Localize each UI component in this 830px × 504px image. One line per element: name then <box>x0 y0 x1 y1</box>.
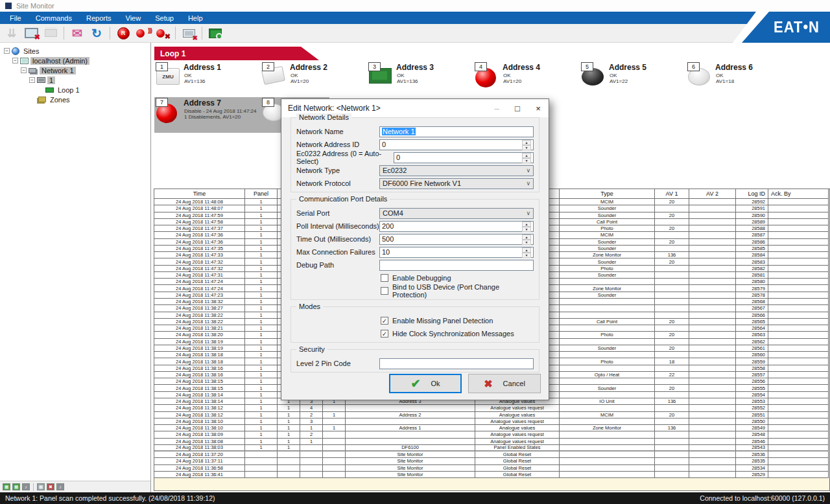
maximize-button[interactable]: □ <box>507 99 528 117</box>
sounders-mute-icon[interactable] <box>153 25 171 41</box>
close-button[interactable]: × <box>528 99 549 117</box>
spinner-up-icon[interactable]: ▲ <box>522 235 531 240</box>
tree-item-sites[interactable]: −Sites <box>1 46 149 56</box>
dropdown-network-type[interactable]: Ec0232∨ <box>379 165 534 176</box>
table-row[interactable]: 24 Aug 2018 11:38:101111Address 1Analogu… <box>154 425 829 431</box>
table-row[interactable]: 24 Aug 2018 11:38:08111Analogue values r… <box>154 439 829 445</box>
table-row[interactable]: 24 Aug 2018 11:38:09112Analogue values r… <box>154 431 829 438</box>
sounders-active-icon[interactable] <box>134 25 152 41</box>
table-row[interactable]: 24 Aug 2018 11:36:58Site MonitorGlobal R… <box>154 465 829 472</box>
spinner-buttons[interactable]: ▲▼ <box>522 235 531 244</box>
table-cell: 24 Aug 2018 11:38:08 <box>154 439 245 445</box>
tree-expander[interactable]: − <box>12 58 18 63</box>
table-cell <box>300 445 323 452</box>
mini-icon-5[interactable]: ✖ <box>47 483 54 490</box>
spinner-buttons[interactable]: ▲▼ <box>522 153 531 163</box>
column-header[interactable]: AV 2 <box>689 189 736 199</box>
menu-item-file[interactable]: File <box>3 12 29 24</box>
table-row[interactable]: 24 Aug 2018 11:38:121121Address 2Analogu… <box>154 412 829 418</box>
text-input-network-name[interactable]: Network 1 <box>379 126 534 137</box>
column-header[interactable]: Panel <box>245 189 278 199</box>
device-tile-address-5[interactable]: 5Address 5OKAV1=22 <box>580 62 685 95</box>
spinner-input-time-out-milliseconds-[interactable]: 500▲▼ <box>379 234 534 245</box>
spinner-input-max-connection-failures[interactable]: 10▲▼ <box>379 247 534 258</box>
panel-mute-icon[interactable] <box>180 25 198 41</box>
spinner-up-icon[interactable]: ▲ <box>522 153 531 158</box>
table-row[interactable]: 24 Aug 2018 11:37:11Site MonitorGlobal R… <box>154 458 829 464</box>
column-header[interactable]: Log ID <box>736 189 768 199</box>
spinner-down-icon[interactable]: ▼ <box>522 253 531 258</box>
tree-item-1[interactable]: −1 <box>1 75 149 85</box>
table-row[interactable]: 24 Aug 2018 11:37:20Site MonitorGlobal R… <box>154 452 829 458</box>
column-header[interactable]: Ack. By <box>768 189 829 199</box>
spinner-up-icon[interactable]: ▲ <box>522 140 531 145</box>
column-header[interactable]: Type <box>560 189 655 199</box>
table-cell: 24 Aug 2018 11:36:58 <box>154 465 245 472</box>
refresh-icon[interactable] <box>88 25 106 41</box>
ok-button[interactable]: ✔Ok <box>389 374 462 393</box>
computer-delete-icon[interactable] <box>22 25 40 41</box>
spinner-input-ec0232-address-0-auto-select-[interactable]: 0▲▼ <box>394 152 534 163</box>
email-icon[interactable] <box>68 25 86 41</box>
mini-icon-2[interactable]: ▦ <box>12 483 20 490</box>
reset-button-icon[interactable] <box>114 25 132 41</box>
tree-item-loop-1[interactable]: Loop 1 <box>1 85 149 95</box>
tree-item-network-1[interactable]: −Network 1 <box>1 65 149 75</box>
table-cell <box>655 418 689 425</box>
tree-expander[interactable]: − <box>4 48 10 54</box>
table-cell <box>768 299 829 305</box>
spinner-buttons[interactable]: ▲▼ <box>522 247 531 257</box>
mini-icon-6[interactable]: ♪ <box>56 483 64 490</box>
table-cell <box>323 452 346 458</box>
dropdown-network-protocol[interactable]: DF6000 Fire Network V1∨ <box>379 178 534 189</box>
table-row[interactable]: 24 Aug 2018 11:38:12114Analogue values r… <box>154 405 829 411</box>
menu-item-setup[interactable]: Setup <box>148 12 181 24</box>
mini-icon-3[interactable]: ♪ <box>22 483 30 490</box>
table-row[interactable]: 24 Aug 2018 11:38:0311DF6100Panel Enable… <box>154 445 829 452</box>
tree-item-zones[interactable]: Zones <box>1 95 149 104</box>
group-security: SecurityLevel 2 Pin Code <box>290 349 540 372</box>
menu-item-view[interactable]: View <box>119 12 148 24</box>
table-row[interactable]: 24 Aug 2018 11:36:41Site MonitorGlobal R… <box>154 472 829 478</box>
spinner-buttons[interactable]: ▲▼ <box>522 222 531 231</box>
column-header[interactable]: AV 1 <box>655 189 689 199</box>
spinner-input-network-address-id[interactable]: 0▲▼ <box>379 139 534 150</box>
device-tile-address-1[interactable]: 1Address 1OKAV1=136 <box>154 62 259 95</box>
device-tile-address-4[interactable]: 4Address 4OKAV1=20 <box>473 62 578 95</box>
checkbox-checked[interactable]: ✓ <box>381 317 388 325</box>
text-input-level-2-pin-code[interactable] <box>379 358 534 369</box>
table-cell <box>245 472 278 478</box>
menu-item-reports[interactable]: Reports <box>79 12 119 24</box>
cancel-button[interactable]: ✖Cancel <box>468 374 541 393</box>
tree-item-localhost-admin-[interactable]: −localhost (Admin) <box>1 56 149 65</box>
checkbox-unchecked[interactable] <box>381 287 388 295</box>
device-tile-address-6[interactable]: 6Address 6OKAV1=18 <box>686 62 791 95</box>
text-input-debug-path[interactable] <box>379 260 534 271</box>
dropdown-serial-port[interactable]: COM4∨ <box>379 208 534 219</box>
checkbox-unchecked[interactable] <box>381 274 388 282</box>
spinner-up-icon[interactable]: ▲ <box>522 247 531 253</box>
loop-view-icon[interactable] <box>206 25 224 41</box>
spinner-down-icon[interactable]: ▼ <box>522 227 531 232</box>
spinner-input-poll-interval-milliseconds-[interactable]: 200▲▼ <box>379 221 534 232</box>
spinner-up-icon[interactable]: ▲ <box>522 222 531 227</box>
menu-item-commands[interactable]: Commands <box>29 12 79 24</box>
spinner-down-icon[interactable]: ▼ <box>522 145 531 150</box>
checkbox-checked[interactable]: ✓ <box>381 330 388 338</box>
device-tile-address-3[interactable]: 3Address 3OKAV1=136 <box>367 62 472 95</box>
device-status: OK <box>184 73 192 78</box>
table-row[interactable]: 24 Aug 2018 11:38:10113Analogue values r… <box>154 418 829 425</box>
table-cell: 24 Aug 2018 11:37:11 <box>154 458 245 464</box>
mini-icon-4[interactable]: ▦ <box>37 483 45 490</box>
tree-expander[interactable]: − <box>29 77 35 83</box>
spinner-down-icon[interactable]: ▼ <box>522 240 531 245</box>
device-tile-address-2[interactable]: 2Address 2OKAV1=20 <box>261 62 366 95</box>
menu-item-help[interactable]: Help <box>181 12 210 24</box>
mini-icon-1[interactable]: ▦ <box>3 483 10 490</box>
site-tree: −Sites−localhost (Admin)−Network 1−1Loop… <box>0 43 150 108</box>
tree-expander[interactable]: − <box>21 67 27 73</box>
spinner-down-icon[interactable]: ▼ <box>522 158 531 163</box>
table-cell: 24 Aug 2018 11:47:31 <box>154 272 245 279</box>
spinner-buttons[interactable]: ▲▼ <box>522 140 531 150</box>
column-header[interactable]: Time <box>154 189 245 199</box>
